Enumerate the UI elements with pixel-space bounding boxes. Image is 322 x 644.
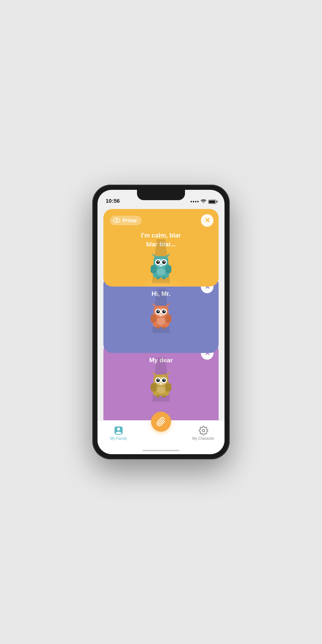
my-character-label: My Character xyxy=(192,436,215,441)
card-3: ✕ My dear xyxy=(103,342,219,420)
eye-icon xyxy=(113,218,120,223)
svg-rect-18 xyxy=(157,277,160,279)
tab-bar: My Family My Character xyxy=(97,420,225,447)
status-icons xyxy=(191,199,216,204)
svg-point-17 xyxy=(157,268,165,275)
svg-point-34 xyxy=(157,318,165,325)
svg-marker-22 xyxy=(151,303,157,306)
home-bar xyxy=(143,450,179,451)
owl-1-container xyxy=(110,253,212,284)
svg-rect-49 xyxy=(151,383,157,391)
svg-point-44 xyxy=(156,378,160,382)
tab-my-family[interactable]: My Family xyxy=(97,426,140,442)
battery-icon xyxy=(208,200,216,204)
svg-point-13 xyxy=(164,261,165,262)
notch xyxy=(137,190,185,200)
paperclip-icon xyxy=(156,417,166,427)
gear-icon xyxy=(199,426,208,435)
svg-rect-52 xyxy=(157,395,160,397)
card-prime: Prime ✕ I'm calm, blarblar blar... xyxy=(103,209,219,287)
svg-point-51 xyxy=(157,386,165,394)
svg-point-11 xyxy=(162,260,166,264)
svg-rect-16 xyxy=(165,265,171,273)
fab-button[interactable] xyxy=(151,412,171,432)
svg-point-12 xyxy=(158,261,159,262)
phone-frame: 10:56 xyxy=(92,185,230,459)
close-button-1[interactable]: ✕ xyxy=(201,214,213,227)
svg-rect-50 xyxy=(165,383,171,391)
svg-point-47 xyxy=(164,379,165,380)
my-family-label: My Family xyxy=(110,436,127,441)
card-2: ✕ Hi, Mr. xyxy=(103,275,219,353)
owl-3 xyxy=(148,371,174,400)
svg-marker-6 xyxy=(165,253,171,257)
svg-point-55 xyxy=(117,428,120,431)
svg-rect-15 xyxy=(151,265,157,273)
status-time: 10:56 xyxy=(106,198,120,204)
svg-marker-39 xyxy=(151,371,157,375)
owl-2 xyxy=(148,302,174,332)
svg-rect-53 xyxy=(162,395,165,397)
owl-3-container xyxy=(110,371,212,402)
main-content[interactable]: Prime ✕ I'm calm, blarblar blar... xyxy=(97,206,225,420)
svg-point-29 xyxy=(158,310,159,311)
svg-point-27 xyxy=(156,310,160,314)
svg-point-2 xyxy=(116,220,117,221)
cards-container: Prime ✕ I'm calm, blarblar blar... xyxy=(97,206,225,420)
svg-marker-23 xyxy=(165,303,171,306)
prime-badge-label: Prime xyxy=(123,217,137,223)
svg-marker-5 xyxy=(151,253,157,257)
svg-point-46 xyxy=(158,379,159,380)
svg-rect-35 xyxy=(157,326,160,329)
svg-marker-40 xyxy=(165,371,171,375)
svg-rect-33 xyxy=(165,315,171,323)
prime-badge: Prime xyxy=(110,216,141,225)
signal-icon xyxy=(191,201,199,202)
svg-point-45 xyxy=(162,378,166,382)
owl-1 xyxy=(148,253,174,282)
phone-screen: 10:56 xyxy=(97,190,225,454)
tab-my-character[interactable]: My Character xyxy=(182,426,225,442)
family-icon xyxy=(114,426,123,435)
svg-point-28 xyxy=(162,310,166,314)
close-icon-1: ✕ xyxy=(205,216,210,225)
svg-point-10 xyxy=(156,260,160,264)
svg-rect-36 xyxy=(162,326,165,329)
svg-rect-32 xyxy=(151,315,157,323)
svg-point-30 xyxy=(164,310,165,311)
svg-rect-19 xyxy=(162,277,165,279)
wifi-icon xyxy=(201,199,206,204)
owl-2-container xyxy=(110,302,212,333)
home-indicator xyxy=(97,447,225,454)
